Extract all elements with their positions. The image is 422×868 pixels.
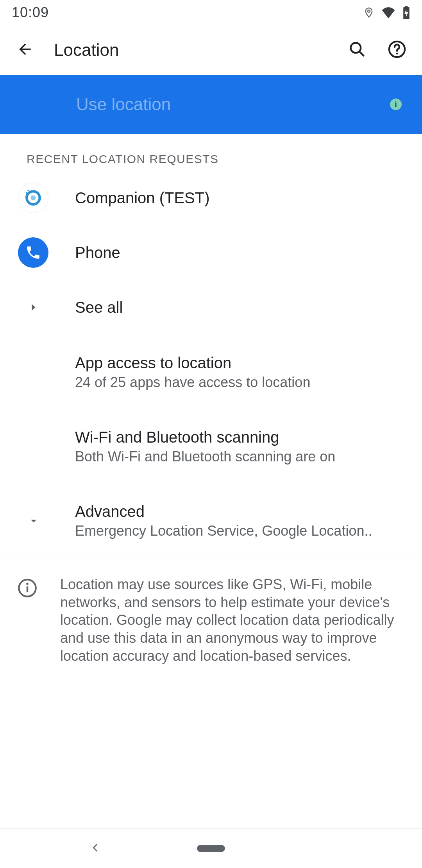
settings-list: App access to location 24 of 25 apps hav… <box>0 335 422 558</box>
nav-home-pill[interactable] <box>197 845 225 852</box>
help-button[interactable] <box>383 36 411 64</box>
app-access-row[interactable]: App access to location 24 of 25 apps hav… <box>0 335 422 409</box>
scanning-sub: Both Wi-Fi and Bluetooth scanning are on <box>75 448 388 465</box>
search-icon <box>349 41 366 59</box>
chevron-down-icon <box>22 503 45 538</box>
help-circle-icon <box>388 40 406 60</box>
recent-app-companion[interactable]: Companion (TEST) <box>0 170 422 225</box>
info-badge-icon: i <box>390 99 402 110</box>
svg-line-4 <box>359 52 364 56</box>
location-pin-icon <box>363 6 374 19</box>
app-bar: Location <box>0 25 422 75</box>
see-all-label: See all <box>75 299 403 316</box>
app-access-title: App access to location <box>75 354 403 372</box>
empty-icon <box>16 429 51 464</box>
app-access-sub: 24 of 25 apps have access to location <box>75 374 388 391</box>
nav-back-button[interactable] <box>90 842 101 855</box>
see-all-row[interactable]: See all <box>0 280 422 335</box>
app-icon-phone <box>16 235 51 270</box>
recent-app-phone[interactable]: Phone <box>0 225 422 280</box>
svg-point-10 <box>27 190 29 191</box>
recent-app-label: Phone <box>75 244 403 262</box>
scanning-title: Wi-Fi and Bluetooth scanning <box>75 429 403 446</box>
svg-point-8 <box>31 195 36 201</box>
svg-point-14 <box>26 583 29 585</box>
advanced-title: Advanced <box>75 503 403 520</box>
status-time: 10:09 <box>12 4 49 21</box>
empty-icon <box>16 355 51 390</box>
app-icon-companion <box>16 180 51 215</box>
scanning-row[interactable]: Wi-Fi and Bluetooth scanning Both Wi-Fi … <box>0 409 422 484</box>
back-button[interactable] <box>11 36 39 64</box>
system-nav-bar <box>0 828 422 868</box>
info-block: Location may use sources like GPS, Wi-Fi… <box>0 558 422 665</box>
chevron-right-icon <box>22 290 45 325</box>
advanced-row[interactable]: Advanced Emergency Location Service, Goo… <box>0 484 422 558</box>
recent-requests-list: Companion (TEST) Phone See all <box>0 170 422 335</box>
status-icons <box>363 6 410 19</box>
content-area: Use location i RECENT LOCATION REQUESTS … <box>0 75 422 828</box>
svg-point-9 <box>26 192 27 194</box>
svg-point-6 <box>396 53 398 55</box>
use-location-label: Use location <box>76 95 171 114</box>
search-button[interactable] <box>343 36 371 64</box>
info-text: Location may use sources like GPS, Wi-Fi… <box>60 576 403 665</box>
info-outline-icon <box>17 578 38 598</box>
arrow-back-icon <box>16 41 34 59</box>
status-bar: 10:09 <box>0 0 422 25</box>
section-header-recent: RECENT LOCATION REQUESTS <box>0 134 422 170</box>
battery-charging-icon <box>402 6 410 19</box>
svg-rect-2 <box>405 6 408 8</box>
recent-app-label: Companion (TEST) <box>75 189 403 207</box>
wifi-icon <box>381 7 395 18</box>
advanced-sub: Emergency Location Service, Google Locat… <box>75 523 388 539</box>
svg-point-11 <box>25 195 27 197</box>
svg-point-0 <box>368 10 370 13</box>
use-location-banner[interactable]: Use location i <box>0 75 422 134</box>
page-title: Location <box>54 40 343 60</box>
svg-rect-13 <box>27 586 28 592</box>
